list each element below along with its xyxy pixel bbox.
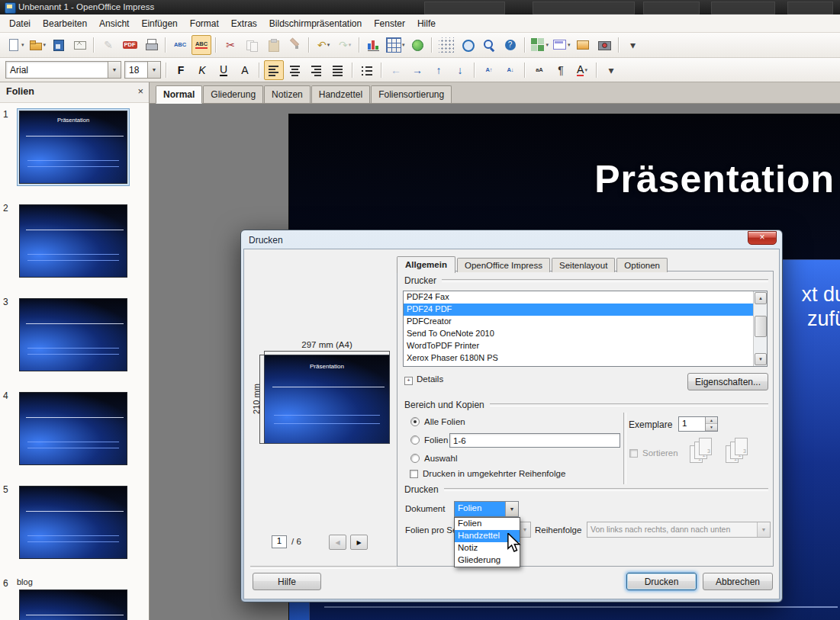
master-page-icon[interactable]: ▾ (551, 35, 571, 55)
view-tab-handzettel[interactable]: Handzettel (311, 85, 370, 103)
view-tab-gliederung[interactable]: Gliederung (203, 85, 263, 103)
open-document-icon[interactable]: ▾ (27, 35, 47, 55)
bold-icon[interactable]: F (171, 60, 191, 80)
radio-pages[interactable] (410, 435, 420, 445)
insert-table-icon[interactable]: ▾ (385, 35, 406, 55)
align-justify-icon[interactable] (328, 60, 348, 80)
menu-format[interactable]: Format (184, 14, 225, 33)
spellcheck-icon[interactable]: ABC (170, 35, 190, 55)
dropdown-option[interactable]: Folien (455, 518, 520, 530)
dropdown-arrow-icon[interactable]: ▾ (584, 67, 587, 73)
navigator-icon[interactable] (458, 35, 478, 55)
radio-selection-label[interactable]: Auswahl (424, 454, 457, 463)
radio-all-slides-label[interactable]: Alle Folien (424, 417, 465, 426)
character-dialog-icon[interactable]: aA (529, 60, 549, 80)
slide-item-1[interactable]: 1Präsentation (3, 108, 149, 189)
underline-icon[interactable]: U (214, 60, 233, 80)
print-button[interactable]: Drucken (626, 573, 697, 590)
view-tab-notizen[interactable]: Notizen (264, 85, 311, 103)
dropdown-option[interactable]: Gliederung (455, 554, 520, 567)
dropdown-arrow-icon[interactable]: ▾ (402, 42, 405, 48)
save-document-icon[interactable] (48, 35, 68, 55)
view-tab-foliensortierung[interactable]: Foliensortierung (371, 85, 452, 103)
help-button[interactable]: Hilfe (253, 573, 321, 590)
export-pdf-icon[interactable]: PDF (120, 35, 140, 55)
chevron-down-icon[interactable]: ▼ (505, 502, 518, 516)
menu-extras[interactable]: Extras (225, 14, 263, 33)
slide-item-2[interactable]: 2 (3, 202, 149, 283)
move-down-icon[interactable]: ↓ (450, 60, 470, 80)
preview-prev-icon[interactable]: ◀ (329, 535, 346, 550)
align-center-icon[interactable] (285, 60, 305, 80)
window-titlebar[interactable]: Unbenannt 1 - OpenOffice Impress (0, 0, 840, 14)
snapshot-icon[interactable] (594, 35, 614, 55)
menu-fenster[interactable]: Fenster (368, 14, 411, 33)
close-icon[interactable]: × (748, 231, 777, 245)
slide-item-4[interactable]: 4 (3, 390, 149, 471)
properties-button[interactable]: Eigenschaften... (687, 373, 768, 390)
menu-bearbeiten[interactable]: Bearbeiten (37, 14, 93, 33)
undo-icon[interactable]: ↶▾ (314, 35, 333, 55)
font-shadow-icon[interactable]: A (235, 60, 255, 80)
scroll-up-icon[interactable]: ▲ (755, 292, 767, 304)
document-combo[interactable]: Folien ▼ (454, 501, 519, 517)
view-tab-normal[interactable]: Normal (156, 85, 202, 104)
radio-all-slides[interactable] (410, 417, 420, 426)
printer-item[interactable]: PDF24 PDF (404, 304, 754, 316)
menu-ansicht[interactable]: Ansicht (93, 14, 135, 33)
print-file-directly-icon[interactable] (141, 35, 161, 55)
chevron-down-icon[interactable]: ▼ (147, 62, 160, 78)
align-right-icon[interactable] (307, 60, 327, 80)
paragraph-dialog-icon[interactable]: ¶ (551, 60, 571, 80)
dialog-tab-allgemein[interactable]: Allgemein (397, 256, 455, 273)
dialog-tab-openoffice-impress[interactable]: OpenOffice Impress (457, 258, 550, 272)
dropdown-arrow-icon[interactable]: ▾ (349, 42, 352, 48)
copies-stepper[interactable]: 1 ▲ ▼ (678, 416, 718, 432)
reverse-order-checkbox[interactable] (410, 470, 418, 478)
dropdown-arrow-icon[interactable]: ▾ (21, 42, 24, 48)
scroll-down-icon[interactable]: ▼ (755, 353, 767, 365)
gallery-icon[interactable] (407, 35, 427, 55)
slide-thumbnail[interactable]: Präsentation (17, 108, 130, 186)
insert-slide-icon[interactable] (573, 35, 593, 55)
menu-hilfe[interactable]: Hilfe (411, 14, 442, 33)
help-icon[interactable]: ? (500, 35, 520, 55)
display-grid-icon[interactable] (436, 35, 456, 55)
reverse-order-label[interactable]: Drucken in umgekehrter Reihenfolge (423, 469, 565, 478)
align-left-icon[interactable] (264, 60, 284, 80)
printer-list-scrollbar[interactable]: ▲ ▼ (753, 291, 767, 366)
slide-thumbnail[interactable] (17, 483, 130, 561)
menu-datei[interactable]: Datei (3, 14, 37, 33)
font-size-combo[interactable]: 18 ▼ (124, 61, 161, 79)
slide-title[interactable]: Präsentation (594, 157, 835, 201)
slide-thumbnail[interactable] (17, 390, 130, 467)
spin-up-icon[interactable]: ▲ (706, 417, 717, 424)
increase-font-icon[interactable]: A↑ (479, 60, 499, 80)
italic-icon[interactable]: K (192, 60, 212, 80)
close-icon[interactable]: × (137, 85, 143, 98)
cancel-button[interactable]: Abbrechen (703, 573, 773, 590)
printer-item[interactable]: WordToPDF Printer (404, 340, 754, 352)
print-dialog-titlebar[interactable]: Drucken × (243, 232, 780, 249)
font-color-icon[interactable]: A▾ (572, 60, 592, 80)
cut-icon[interactable]: ✂ (220, 35, 240, 55)
preview-next-icon[interactable]: ▶ (350, 535, 368, 550)
printer-list[interactable]: PDF24 FaxPDF24 PDFPDFCreatorSend To OneN… (403, 291, 768, 367)
decrease-font-icon[interactable]: A↓ (500, 60, 520, 80)
printer-item[interactable]: PDFCreator (404, 316, 754, 328)
slide-item-6[interactable]: 6blog (3, 577, 149, 620)
bullets-numbering-icon[interactable] (357, 60, 377, 80)
document-as-email-icon[interactable] (69, 35, 89, 55)
font-name-combo[interactable]: Arial ▼ (5, 61, 121, 79)
menu-einfügen[interactable]: Einfügen (135, 14, 183, 33)
insert-chart-icon[interactable] (364, 35, 384, 55)
slide-item-3[interactable]: 3 (3, 296, 149, 377)
display-mode-icon[interactable]: ▾ (529, 35, 550, 55)
scrollbar-thumb[interactable] (755, 316, 767, 337)
dropdown-arrow-icon[interactable]: ▾ (327, 42, 330, 48)
dropdown-arrow-icon[interactable]: ▾ (568, 42, 571, 48)
toolbar-options-icon[interactable]: ▾ (623, 35, 643, 55)
radio-pages-label[interactable]: Folien (424, 435, 448, 445)
printer-item[interactable]: Xerox Phaser 6180N PS (404, 352, 754, 365)
printer-item[interactable]: PDF24 Fax (404, 291, 754, 304)
